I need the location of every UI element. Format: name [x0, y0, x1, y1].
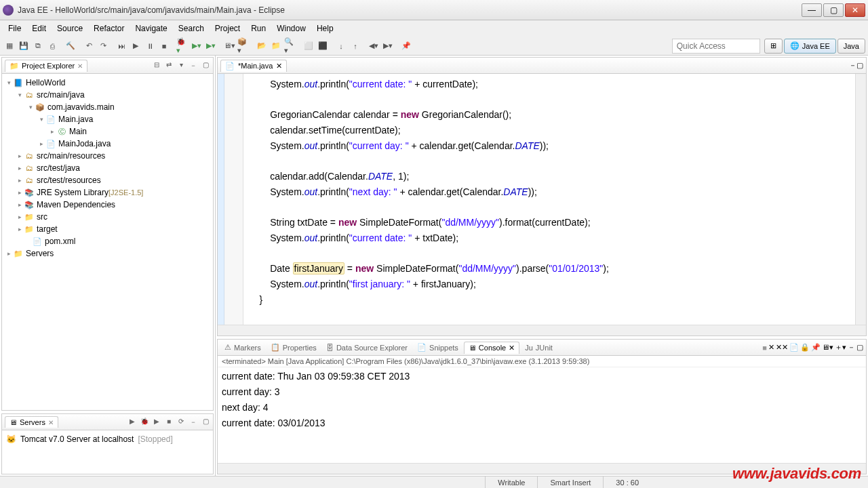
- close-icon[interactable]: ✕: [48, 419, 54, 426]
- tree-src-main-resources[interactable]: ▸🗂src/main/resources: [2, 150, 213, 162]
- terminate-console-icon[interactable]: ■: [762, 344, 767, 352]
- minimize-button[interactable]: —: [802, 3, 822, 17]
- menu-run[interactable]: Run: [245, 22, 271, 35]
- minimize-view-icon[interactable]: －: [848, 342, 855, 352]
- run-icon[interactable]: ▶▾: [190, 39, 203, 53]
- tab-console[interactable]: 🖥 Console ✕: [464, 342, 519, 354]
- suspend-icon[interactable]: ⏸: [143, 39, 157, 53]
- tab-markers[interactable]: ⚠ Markers: [220, 342, 265, 353]
- perspective-javaee[interactable]: 🌐 Java EE: [784, 39, 836, 54]
- maximize-view-icon[interactable]: ▢: [856, 343, 863, 352]
- pin-icon[interactable]: 📌: [399, 39, 413, 53]
- maximize-view-icon[interactable]: ▢: [201, 61, 210, 70]
- menu-refactor[interactable]: Refactor: [88, 22, 130, 35]
- skip-breakpoints-icon[interactable]: ⏭: [115, 39, 128, 53]
- remove-all-icon[interactable]: ✕✕: [776, 343, 788, 352]
- tree-src-main-java[interactable]: ▾🗂src/main/java: [2, 89, 213, 101]
- minimize-view-icon[interactable]: －: [189, 61, 198, 70]
- console-output[interactable]: current date: Thu Jan 03 09:59:38 CET 20…: [218, 367, 866, 463]
- tree-target[interactable]: ▸📁target: [2, 223, 213, 235]
- annotation-icon[interactable]: ⬜: [302, 39, 315, 53]
- build-icon[interactable]: 🔨: [64, 39, 77, 53]
- open-console-icon[interactable]: ＋▾: [835, 342, 846, 352]
- debug-icon[interactable]: 🐞▾: [176, 39, 189, 53]
- close-icon[interactable]: ✕: [509, 344, 515, 352]
- vertical-scrollbar[interactable]: [855, 74, 866, 325]
- tree-src[interactable]: ▸📁src: [2, 211, 213, 223]
- menu-source[interactable]: Source: [52, 22, 88, 35]
- undo-icon[interactable]: ↶: [82, 39, 96, 53]
- open-type-icon[interactable]: 📂: [255, 39, 269, 53]
- minimize-view-icon[interactable]: －: [189, 418, 198, 427]
- tab-junit[interactable]: Ju JUnit: [521, 342, 557, 353]
- scroll-lock-icon[interactable]: 🔒: [800, 343, 810, 352]
- server-start-icon[interactable]: ▶: [127, 418, 137, 427]
- link-editor-icon[interactable]: ⇄: [164, 61, 174, 70]
- open-perspective-button[interactable]: ⊞: [764, 39, 783, 54]
- tree-main-class[interactable]: ▸ⒸMain: [2, 125, 213, 138]
- tree-jre[interactable]: ▸📚JRE System Library [J2SE-1.5]: [2, 186, 213, 199]
- server-debug-icon[interactable]: 🐞: [140, 418, 149, 427]
- tree-src-test-java[interactable]: ▸🗂src/test/java: [2, 162, 213, 174]
- close-button[interactable]: ✕: [845, 3, 865, 17]
- menu-file[interactable]: File: [3, 22, 26, 35]
- tree-pom[interactable]: 📄pom.xml: [2, 235, 213, 247]
- tree-mainjoda-java[interactable]: ▸📄MainJoda.java: [2, 138, 213, 150]
- editor-tab-main[interactable]: 📄 *Main.java ✕: [220, 60, 287, 72]
- server-stop-icon[interactable]: ■: [164, 418, 174, 427]
- remove-launch-icon[interactable]: ✕: [768, 343, 774, 352]
- print-icon[interactable]: ⎙: [45, 39, 59, 53]
- tree-package[interactable]: ▾📦com.javavids.main: [2, 101, 213, 113]
- forward-icon[interactable]: ▶▾: [381, 39, 395, 53]
- search-icon[interactable]: 🔍▾: [283, 39, 297, 53]
- bookmark-icon[interactable]: ⬛: [316, 39, 330, 53]
- menu-edit[interactable]: Edit: [26, 22, 52, 35]
- code-area[interactable]: System.out.println("current date: " + cu…: [243, 74, 855, 325]
- coverage-icon[interactable]: ▶▾: [204, 39, 218, 53]
- tab-properties[interactable]: 📋 Properties: [267, 342, 321, 353]
- servers-tab[interactable]: 🖥 Servers ✕: [5, 416, 58, 428]
- display-console-icon[interactable]: 🖥▾: [822, 343, 833, 352]
- back-icon[interactable]: ◀▾: [367, 39, 380, 53]
- tab-dse[interactable]: 🗄 Data Source Explorer: [322, 342, 412, 353]
- quick-access-input[interactable]: [672, 39, 760, 54]
- server-publish-icon[interactable]: ⟳: [176, 418, 186, 427]
- clear-console-icon[interactable]: 📄: [789, 343, 799, 352]
- prev-annotation-icon[interactable]: ↑: [349, 39, 362, 53]
- maximize-view-icon[interactable]: ▢: [201, 418, 210, 427]
- tab-snippets[interactable]: 📄 Snippets: [413, 342, 462, 353]
- menu-search[interactable]: Search: [173, 22, 210, 35]
- resume-icon[interactable]: ▶: [129, 39, 142, 53]
- maximize-button[interactable]: ▢: [823, 3, 844, 17]
- new-server-icon[interactable]: 🖥▾: [222, 39, 236, 53]
- terminate-icon[interactable]: ■: [157, 39, 171, 53]
- next-annotation-icon[interactable]: ↓: [334, 39, 348, 53]
- menu-window[interactable]: Window: [271, 22, 311, 35]
- perspective-java[interactable]: Java: [837, 39, 865, 54]
- tree-src-test-resources[interactable]: ▸🗂src/test/resources: [2, 174, 213, 186]
- maximize-editor-icon[interactable]: ▢: [856, 61, 863, 70]
- new-project-icon[interactable]: 📦▾: [237, 39, 250, 53]
- menu-project[interactable]: Project: [210, 22, 245, 35]
- collapse-all-icon[interactable]: ⊟: [152, 61, 161, 70]
- saveall-icon[interactable]: ⧉: [31, 39, 45, 53]
- server-profile-icon[interactable]: ▶: [152, 418, 161, 427]
- tree-maven[interactable]: ▸📚Maven Dependencies: [2, 199, 213, 211]
- project-tree[interactable]: ▾📘HelloWorld ▾🗂src/main/java ▾📦com.javav…: [2, 74, 213, 410]
- close-icon[interactable]: ✕: [276, 62, 282, 70]
- folding-ruler[interactable]: [218, 74, 224, 325]
- save-icon[interactable]: 💾: [17, 39, 31, 53]
- open-task-icon[interactable]: 📁: [269, 39, 283, 53]
- tree-servers[interactable]: ▸📁Servers: [2, 247, 213, 260]
- new-icon[interactable]: ▦: [3, 39, 16, 53]
- project-explorer-tab[interactable]: 📁 Project Explorer ✕: [5, 60, 87, 72]
- menu-help[interactable]: Help: [311, 22, 339, 35]
- close-icon[interactable]: ✕: [77, 62, 83, 70]
- view-menu-icon[interactable]: ▾: [176, 61, 186, 70]
- server-item[interactable]: 🐱 Tomcat v7.0 Server at localhost [Stopp…: [2, 430, 213, 448]
- minimize-editor-icon[interactable]: －: [849, 60, 856, 70]
- pin-console-icon[interactable]: 📌: [811, 343, 821, 352]
- tree-main-java[interactable]: ▾📄Main.java: [2, 113, 213, 125]
- horizontal-scrollbar[interactable]: [218, 325, 866, 336]
- menu-navigate[interactable]: Navigate: [130, 22, 172, 35]
